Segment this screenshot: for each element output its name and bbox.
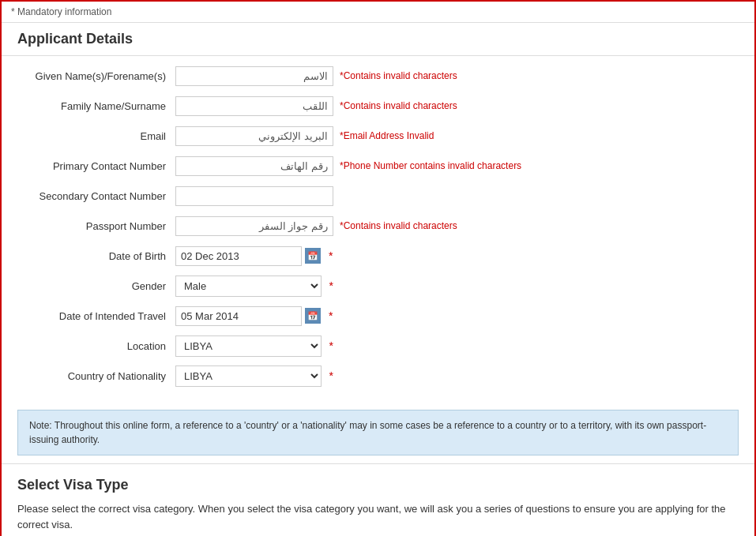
- secondary-contact-input[interactable]: [175, 186, 333, 206]
- passport-number-label: Passport Number: [17, 220, 175, 232]
- country-of-nationality-label: Country of Nationality: [17, 370, 175, 382]
- primary-contact-row: Primary Contact Number *Phone Number con…: [17, 154, 739, 178]
- family-name-error: *Contains invalid characters: [340, 100, 739, 111]
- email-label: Email: [17, 130, 175, 142]
- location-row: Location LIBYA *: [17, 334, 739, 358]
- gender-required: *: [329, 279, 333, 292]
- secondary-contact-row: Secondary Contact Number: [17, 184, 739, 208]
- family-name-row: Family Name/Surname *Contains invalid ch…: [17, 94, 739, 118]
- given-name-row: Given Name(s)/Forename(s) *Contains inva…: [17, 64, 739, 88]
- gender-row: Gender Male Female *: [17, 274, 739, 298]
- date-of-birth-input[interactable]: [175, 246, 302, 266]
- gender-input-wrapper: Male Female *: [175, 275, 333, 297]
- applicant-details-form: Given Name(s)/Forename(s) *Contains inva…: [2, 56, 754, 402]
- given-name-error: *Contains invalid characters: [340, 70, 739, 81]
- date-of-birth-row: Date of Birth 📅 *: [17, 244, 739, 268]
- passport-number-input-wrapper: [175, 216, 333, 236]
- country-of-nationality-select[interactable]: LIBYA: [175, 365, 322, 387]
- gender-select[interactable]: Male Female: [175, 275, 322, 297]
- location-required: *: [329, 339, 333, 352]
- primary-contact-input-wrapper: [175, 156, 333, 176]
- note-box: Note: Throughout this online form, a ref…: [17, 410, 739, 455]
- primary-contact-label: Primary Contact Number: [17, 160, 175, 172]
- date-of-travel-calendar-icon[interactable]: 📅: [305, 308, 321, 324]
- date-of-travel-row: Date of Intended Travel 📅 *: [17, 304, 739, 328]
- date-of-birth-input-wrapper: 📅 *: [175, 246, 333, 266]
- given-name-input[interactable]: [175, 66, 333, 86]
- country-of-nationality-row: Country of Nationality LIBYA *: [17, 364, 739, 388]
- location-label: Location: [17, 340, 175, 352]
- email-error: *Email Address Invalid: [340, 130, 739, 141]
- gender-label: Gender: [17, 280, 175, 292]
- date-of-birth-required: *: [329, 249, 333, 262]
- passport-number-error: *Contains invalid characters: [340, 220, 739, 231]
- secondary-contact-label: Secondary Contact Number: [17, 190, 175, 202]
- passport-number-row: Passport Number *Contains invalid charac…: [17, 214, 739, 238]
- location-input-wrapper: LIBYA *: [175, 335, 333, 357]
- email-input[interactable]: [175, 126, 333, 146]
- location-select[interactable]: LIBYA: [175, 335, 322, 357]
- select-visa-type-title: Select Visa Type: [2, 469, 754, 501]
- country-of-nationality-input-wrapper: LIBYA *: [175, 365, 333, 387]
- date-of-travel-label: Date of Intended Travel: [17, 310, 175, 322]
- date-of-travel-input-wrapper: 📅 *: [175, 306, 333, 326]
- date-of-birth-label: Date of Birth: [17, 250, 175, 262]
- country-of-nationality-required: *: [329, 369, 333, 382]
- visa-description: Please select the correct visa category.…: [2, 501, 754, 536]
- date-of-birth-calendar-icon[interactable]: 📅: [305, 248, 321, 264]
- family-name-input-wrapper: [175, 96, 333, 116]
- family-name-input[interactable]: [175, 96, 333, 116]
- date-of-travel-input[interactable]: [175, 306, 302, 326]
- given-name-input-wrapper: [175, 66, 333, 86]
- section-divider: [2, 463, 754, 464]
- email-input-wrapper: [175, 126, 333, 146]
- applicant-details-title: Applicant Details: [2, 23, 754, 56]
- secondary-contact-input-wrapper: [175, 186, 333, 206]
- email-row: Email *Email Address Invalid: [17, 124, 739, 148]
- date-of-travel-required: *: [329, 309, 333, 322]
- primary-contact-input[interactable]: [175, 156, 333, 176]
- mandatory-info: * Mandatory information: [2, 2, 754, 23]
- given-name-label: Given Name(s)/Forename(s): [17, 70, 175, 82]
- primary-contact-error: *Phone Number contains invalid character…: [340, 160, 739, 171]
- family-name-label: Family Name/Surname: [17, 100, 175, 112]
- passport-number-input[interactable]: [175, 216, 333, 236]
